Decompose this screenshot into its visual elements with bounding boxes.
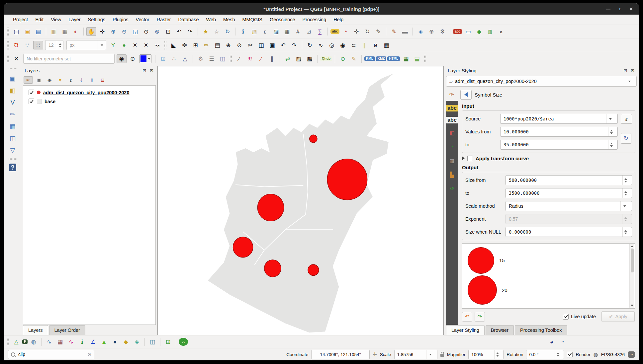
expression-builder-button[interactable]: ε	[621, 114, 632, 124]
delta-plugin-icon[interactable]: △	[11, 337, 21, 346]
export-kml-icon[interactable]: KML	[364, 56, 375, 61]
plugin-globe-2-icon[interactable]: ◔	[558, 337, 568, 346]
3d-view-tab-icon[interactable]: ◧	[447, 129, 457, 137]
osm-search-icon[interactable]: ◍	[485, 27, 495, 36]
matlab-plugin-icon[interactable]: ◆	[121, 337, 131, 346]
spinner-arrows-icon[interactable]	[622, 176, 629, 185]
export-html-icon[interactable]: HTML	[387, 56, 400, 61]
tab-processing-toolbox[interactable]: Processing Toolbox	[515, 325, 567, 335]
spinner-arrows-icon[interactable]	[608, 140, 614, 149]
size-from-spinbox[interactable]: 500.000000	[505, 175, 632, 185]
locator-search-box[interactable]: ⊗	[8, 350, 94, 359]
annotation-toolbar-icon[interactable]: ▬	[400, 27, 410, 36]
menu-database[interactable]: Database	[174, 15, 202, 25]
map-sheet-icon[interactable]: ▤	[412, 54, 422, 63]
menu-raster[interactable]: Raster	[153, 15, 175, 25]
move-label-icon[interactable]: ✜	[351, 27, 361, 36]
add-feather-layer-icon[interactable]: ✑	[8, 110, 18, 118]
tab-layers[interactable]: Layers	[23, 325, 48, 335]
profile-hatch-icon[interactable]: ∥	[267, 54, 277, 63]
feature-info-icon[interactable]: ℹ	[77, 337, 87, 346]
add-point-cluster-icon[interactable]: ∴	[169, 54, 179, 63]
size-null-spinbox[interactable]: 0.000000	[505, 227, 632, 237]
remove-layer-icon[interactable]: ⊟	[98, 76, 107, 84]
add-group-icon[interactable]: ▣	[34, 76, 44, 84]
scrollbar-thumb[interactable]	[631, 249, 634, 272]
close-panel-icon[interactable]: ⊠	[630, 68, 635, 73]
live-update-checkbox[interactable]	[563, 314, 569, 320]
processing-toolbox-icon[interactable]: ⚙	[437, 27, 447, 36]
panel-grid-icon[interactable]: ◫	[218, 54, 228, 63]
close-button[interactable]: ✕	[628, 7, 634, 11]
save-project-icon[interactable]: ▤	[33, 27, 43, 36]
refresh-map-icon[interactable]: ↻	[223, 27, 232, 36]
redo-style-button[interactable]: ↷	[475, 312, 485, 322]
add-rectangle-icon[interactable]: ⊞	[158, 54, 168, 63]
style-manager-icon[interactable]: ◐	[71, 27, 81, 36]
swap-layers-icon[interactable]: ⇄	[283, 54, 293, 63]
new-shapefile-icon[interactable]: ◆	[474, 27, 484, 36]
menu-geoscience[interactable]: Geoscience	[266, 15, 299, 25]
layer-name[interactable]: adm_dist_quezon_city_pop2000-2020	[43, 90, 130, 95]
preview-scrollbar[interactable]	[629, 244, 634, 308]
expand-all-icon[interactable]: ⇓	[77, 76, 86, 84]
snapping-toggle-icon[interactable]: Ω	[11, 41, 21, 49]
layer-row-base[interactable]: base	[25, 97, 154, 106]
labels-tab-icon[interactable]: abc	[446, 105, 458, 111]
search-green-icon[interactable]: ⊙	[338, 54, 348, 63]
export-kmz-icon[interactable]: KMZ	[376, 56, 387, 61]
tab-browser[interactable]: Browser	[486, 325, 514, 335]
raster-grid-icon[interactable]: ▦	[55, 337, 65, 346]
new-print-layout-icon[interactable]: ▥	[49, 27, 59, 36]
toolbar-overflow-icon[interactable]: »	[496, 27, 506, 36]
undo-style-button[interactable]: ↶	[462, 312, 472, 322]
identify-features-icon[interactable]: ℹ	[238, 27, 248, 36]
add-mesh-layer-icon[interactable]: ▦	[8, 122, 18, 130]
layer-visibility-checkbox[interactable]	[29, 99, 34, 104]
rotate-label-icon[interactable]: ↻	[362, 27, 372, 36]
values-from-spinbox[interactable]: 10.000000	[500, 127, 618, 137]
label-abc-red-icon[interactable]: abc	[453, 29, 462, 34]
open-attribute-table-icon[interactable]: ▦	[282, 27, 292, 36]
spinner-arrows-icon[interactable]	[608, 127, 614, 136]
add-virtual-layer-icon[interactable]: ▽	[8, 146, 18, 154]
spinner-arrows-icon[interactable]	[555, 350, 561, 359]
menu-settings[interactable]: Settings	[84, 15, 109, 25]
zoom-to-layer-icon[interactable]: ⊚	[152, 27, 162, 36]
float-panel-icon[interactable]: ⊡	[623, 68, 628, 73]
tile-layers-icon[interactable]: ▦	[401, 54, 411, 63]
layer-name[interactable]: base	[45, 99, 55, 104]
add-grid-icon[interactable]: ⊞	[163, 337, 173, 346]
diagrams-tab-icon[interactable]: ◔	[447, 143, 457, 151]
globe-binoculars-icon[interactable]: ◍	[29, 337, 39, 346]
layer-row-points[interactable]: adm_dist_quezon_city_pop2000-2020	[25, 88, 154, 97]
leaflet-plugin-icon[interactable]: ◈	[132, 337, 142, 346]
color-swatch[interactable]	[139, 54, 151, 63]
back-button[interactable]	[460, 90, 472, 100]
measure-line-icon[interactable]: ⊿	[304, 27, 314, 36]
georeferencer-icon[interactable]: ⊕	[426, 27, 436, 36]
filter-legend-icon[interactable]: ▼	[55, 76, 65, 84]
checker-flag-1-icon[interactable]: ▨	[294, 54, 304, 63]
plugin-globe-1-icon[interactable]: ◕	[547, 337, 557, 346]
scroll-down-icon[interactable]	[631, 305, 633, 307]
messages-icon[interactable]: ⋯	[628, 351, 635, 358]
size-to-spinbox[interactable]: 3500.000000	[505, 188, 632, 198]
spinner-arrows-icon[interactable]	[622, 227, 629, 237]
values-to-spinbox[interactable]: 35.000000	[500, 140, 618, 150]
new-text-annotation-icon[interactable]: ✎	[389, 27, 399, 36]
python-console-icon[interactable]: ∿	[44, 337, 54, 346]
coordinate-field[interactable]: 14.7006°, 121.1054°	[311, 350, 370, 359]
manage-map-themes-icon[interactable]: ◉	[45, 76, 54, 84]
add-polygon-icon[interactable]: △	[180, 54, 190, 63]
tab-layer-order[interactable]: Layer Order	[49, 325, 85, 335]
change-label-icon[interactable]: ✎	[373, 27, 383, 36]
data-source-manager-icon[interactable]: ▣	[8, 74, 18, 83]
layer-diagram-icon[interactable]: ◔	[340, 27, 350, 36]
toggle-editing-icon[interactable]: ✏	[202, 41, 212, 49]
layer-labeling-icon[interactable]: abc	[330, 29, 339, 34]
menu-processing[interactable]: Processing	[299, 15, 330, 25]
snap-unit-combo[interactable]: px	[66, 40, 106, 50]
menu-plugins[interactable]: Plugins	[109, 15, 132, 25]
menu-layer[interactable]: Layer	[65, 15, 84, 25]
